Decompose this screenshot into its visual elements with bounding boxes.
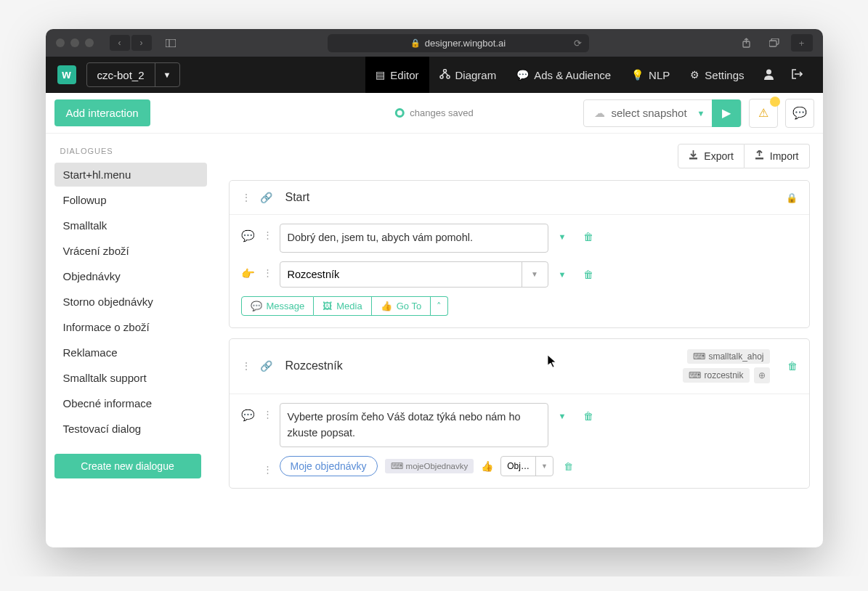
- chevron-down-icon: ▼: [535, 457, 553, 476]
- share-icon[interactable]: [736, 34, 758, 52]
- row-menu-icon[interactable]: ⋮: [263, 458, 272, 475]
- dialogue-item[interactable]: Storno objednávky: [54, 290, 207, 314]
- address-bar[interactable]: 🔒 designer.wingbot.ai ⟳: [328, 34, 589, 52]
- forward-button[interactable]: ›: [131, 35, 152, 51]
- quick-reply-chip[interactable]: Moje objednávky: [280, 456, 378, 476]
- export-button[interactable]: Export: [678, 144, 744, 168]
- dialogue-item[interactable]: Smalltalk support: [54, 366, 207, 390]
- close-window[interactable]: [56, 38, 65, 47]
- intent-tag[interactable]: ⌨smalltalk_ahoj: [687, 349, 769, 364]
- chat-icon: 💬: [516, 69, 529, 81]
- expand-icon[interactable]: ▼: [559, 261, 567, 279]
- url-text: designer.wingbot.ai: [425, 38, 506, 49]
- window-controls: [56, 38, 94, 47]
- add-message-button[interactable]: 💬Message: [241, 296, 315, 316]
- nav-settings[interactable]: ⚙ Settings: [680, 57, 754, 93]
- app-window: ‹ › 🔒 designer.wingbot.ai ⟳ + w czc-: [46, 29, 823, 547]
- maximize-window[interactable]: [85, 38, 94, 47]
- sidebar-toggle-icon[interactable]: [161, 35, 181, 51]
- main-body: DIALOGUES Start+hl.menu Followup Smallta…: [46, 134, 823, 547]
- keyboard-icon: ⌨: [689, 370, 701, 380]
- intent-tag[interactable]: ⌨rozcestnik: [683, 368, 749, 383]
- diagram-icon: [439, 69, 450, 81]
- chat-button[interactable]: 💬: [785, 99, 814, 128]
- sidebar: DIALOGUES Start+hl.menu Followup Smallta…: [46, 134, 207, 547]
- bot-selector[interactable]: czc-bot_2 ▼: [86, 62, 180, 87]
- nav-editor[interactable]: ▤ Editor: [365, 57, 429, 93]
- card-title: Start: [285, 191, 310, 204]
- row-menu-icon[interactable]: ⋮: [263, 403, 272, 420]
- dialogue-item[interactable]: Followup: [54, 188, 207, 212]
- keyboard-icon: ⌨: [391, 461, 403, 471]
- dialogue-item[interactable]: Reklamace: [54, 341, 207, 364]
- svg-point-5: [443, 69, 446, 72]
- action-bar: 💬Message 🖼Media 👍Go To ˄: [241, 296, 798, 316]
- thumb-icon[interactable]: 👍: [481, 460, 493, 472]
- expand-icon[interactable]: ▼: [559, 224, 567, 241]
- add-tag-button[interactable]: ⊕: [754, 367, 770, 383]
- reload-icon[interactable]: ⟳: [574, 38, 582, 49]
- lock-icon: 🔒: [410, 38, 421, 48]
- chip-goto-select[interactable]: Obj… ▼: [500, 456, 553, 476]
- add-goto-button[interactable]: 👍Go To: [372, 296, 431, 316]
- back-button[interactable]: ‹: [110, 35, 130, 51]
- play-button[interactable]: ▶: [712, 99, 741, 127]
- add-interaction-button[interactable]: Add interaction: [54, 99, 150, 126]
- intent-tag[interactable]: ⌨mojeObjednavky: [385, 459, 474, 473]
- warnings-button[interactable]: ⚠: [749, 99, 778, 128]
- interaction-card-start: ⋮ 🔗 Start 🔒 💬 ⋮ ▼ 🗑 👉 ⋮: [229, 180, 810, 328]
- dialogue-item[interactable]: Start+hl.menu: [54, 163, 207, 187]
- svg-point-8: [766, 69, 771, 74]
- new-tab-button[interactable]: +: [791, 34, 813, 52]
- svg-rect-0: [166, 39, 176, 47]
- app-logo[interactable]: w: [57, 65, 76, 84]
- dialogue-item[interactable]: Smalltalk: [54, 213, 207, 237]
- badge-dot: [770, 97, 780, 107]
- goto-select[interactable]: Rozcestník ▼: [280, 261, 548, 288]
- trash-icon[interactable]: 🗑: [583, 403, 593, 422]
- chat-icon: 💬: [251, 301, 262, 311]
- cloud-icon: ☁: [594, 107, 605, 120]
- trash-icon[interactable]: 🗑: [564, 461, 573, 472]
- message-icon: 💬: [241, 403, 256, 422]
- more-actions-button[interactable]: ˄: [431, 296, 448, 316]
- add-media-button[interactable]: 🖼Media: [314, 296, 371, 316]
- message-input[interactable]: [280, 403, 548, 448]
- nav-nlp[interactable]: 💡 NLP: [621, 57, 680, 93]
- link-icon[interactable]: 🔗: [260, 360, 272, 372]
- app-bar: w czc-bot_2 ▼ ▤ Editor Diagram 💬 Ads & A…: [46, 57, 823, 93]
- dialogue-item[interactable]: Informace o zboží: [54, 315, 207, 339]
- row-menu-icon[interactable]: ⋮: [263, 261, 272, 278]
- nav-diagram[interactable]: Diagram: [429, 57, 507, 93]
- chevron-up-icon: ˄: [437, 301, 442, 311]
- chevron-down-icon: ▼: [155, 63, 179, 86]
- toolbar: Add interaction changes saved ☁ select s…: [46, 93, 823, 134]
- dialogue-item[interactable]: Objednávky: [54, 264, 207, 288]
- dialogue-item[interactable]: Obecné informace: [54, 391, 207, 415]
- trash-icon[interactable]: 🗑: [583, 261, 593, 280]
- dialogue-item[interactable]: Vrácení zboží: [54, 239, 207, 263]
- logout-icon[interactable]: [783, 69, 811, 81]
- message-input[interactable]: [280, 224, 548, 253]
- user-icon[interactable]: [755, 68, 783, 82]
- row-menu-icon[interactable]: ⋮: [263, 224, 272, 240]
- minimize-window[interactable]: [70, 38, 79, 47]
- import-button[interactable]: Import: [745, 144, 810, 168]
- download-icon: [689, 150, 698, 162]
- trash-icon[interactable]: 🗑: [583, 224, 593, 242]
- dialogue-item[interactable]: Testovací dialog: [54, 417, 207, 441]
- link-icon[interactable]: 🔗: [260, 192, 272, 203]
- goto-icon: 👉: [241, 261, 256, 280]
- expand-icon[interactable]: ▼: [559, 403, 567, 420]
- tabs-icon[interactable]: [763, 34, 785, 52]
- svg-rect-10: [755, 158, 763, 160]
- svg-rect-4: [769, 41, 776, 46]
- drag-handle-icon[interactable]: ⋮: [241, 192, 251, 203]
- message-icon: 💬: [241, 224, 256, 242]
- create-dialogue-button[interactable]: Create new dialogue: [54, 454, 201, 478]
- snapshot-selector[interactable]: ☁ select snapshot ▼ ▶: [583, 99, 741, 127]
- drag-handle-icon[interactable]: ⋮: [241, 360, 251, 372]
- main-column: Export Import ⋮ 🔗 Start 🔒: [207, 134, 823, 547]
- trash-icon[interactable]: 🗑: [787, 360, 798, 372]
- nav-ads[interactable]: 💬 Ads & Audience: [506, 57, 621, 93]
